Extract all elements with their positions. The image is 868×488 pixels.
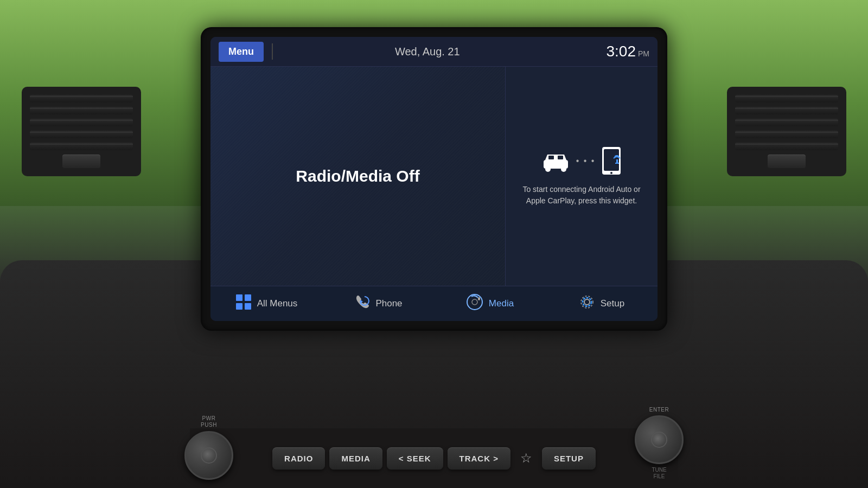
vent-control[interactable] bbox=[768, 155, 806, 168]
vent-slat bbox=[735, 131, 838, 138]
vent-slat bbox=[735, 119, 838, 126]
svg-rect-5 bbox=[558, 156, 563, 159]
svg-point-18 bbox=[478, 297, 480, 300]
radio-button[interactable]: RADIO bbox=[272, 447, 325, 470]
pwr-label: PWR PUSH bbox=[201, 415, 217, 428]
vent-slat bbox=[30, 131, 133, 138]
connection-icons: • • • bbox=[541, 146, 623, 176]
screen-bezel: Menu Wed, Aug. 21 3:02 PM Radio/Media Of… bbox=[201, 27, 667, 331]
phone-nav-label: Phone bbox=[375, 298, 402, 309]
screen: Menu Wed, Aug. 21 3:02 PM Radio/Media Of… bbox=[210, 37, 658, 321]
vent-slat bbox=[735, 95, 838, 102]
enter-label: ENTER bbox=[649, 407, 669, 413]
svg-rect-12 bbox=[245, 294, 251, 301]
svg-point-2 bbox=[545, 166, 551, 172]
favorite-button[interactable]: ☆ bbox=[515, 444, 538, 472]
all-menus-label: All Menus bbox=[257, 298, 298, 309]
knob-inner bbox=[201, 447, 217, 464]
svg-point-17 bbox=[472, 299, 477, 305]
bottom-nav: All Menus Phone bbox=[210, 286, 658, 321]
svg-marker-1 bbox=[545, 155, 566, 160]
right-knob-area: ENTER TUNEFILE bbox=[635, 407, 684, 480]
vent-slat bbox=[30, 143, 133, 150]
nav-phone[interactable]: Phone bbox=[322, 288, 434, 319]
media-nav-icon bbox=[466, 293, 483, 314]
nav-media[interactable]: Media bbox=[434, 288, 546, 320]
knob-inner bbox=[651, 432, 667, 448]
svg-rect-10 bbox=[615, 163, 619, 164]
time-value: 3:02 bbox=[607, 43, 636, 60]
media-button[interactable]: MEDIA bbox=[329, 447, 382, 470]
svg-rect-13 bbox=[236, 303, 242, 310]
svg-point-19 bbox=[584, 299, 590, 305]
phone-icon bbox=[601, 146, 622, 176]
svg-point-16 bbox=[467, 294, 482, 310]
header-bar: Menu Wed, Aug. 21 3:02 PM bbox=[210, 37, 658, 67]
svg-rect-14 bbox=[245, 303, 251, 310]
phone-nav-icon bbox=[354, 294, 370, 314]
vent-control[interactable] bbox=[62, 155, 100, 168]
volume-knob[interactable] bbox=[635, 415, 684, 464]
radio-off-label: Radio/Media Off bbox=[296, 167, 419, 185]
nav-setup[interactable]: Setup bbox=[546, 288, 658, 319]
vent-slat bbox=[30, 95, 133, 102]
setup-button[interactable]: SETUP bbox=[542, 447, 596, 470]
connection-description: To start connecting Android Auto or Appl… bbox=[516, 184, 647, 207]
left-vent-area bbox=[0, 54, 163, 217]
svg-rect-4 bbox=[548, 156, 554, 159]
left-knob-area: PWR PUSH bbox=[184, 415, 233, 480]
header-date: Wed, Aug. 21 bbox=[248, 46, 607, 58]
time-ampm: PM bbox=[638, 49, 649, 58]
left-panel: Radio/Media Off bbox=[210, 67, 506, 286]
connection-dots: • • • bbox=[576, 156, 596, 166]
vent-slat bbox=[735, 107, 838, 114]
setup-nav-label: Setup bbox=[601, 298, 624, 309]
svg-point-3 bbox=[561, 166, 566, 172]
seek-button[interactable]: < SEEK bbox=[387, 447, 443, 470]
header-time: 3:02 PM bbox=[607, 43, 650, 60]
media-nav-label: Media bbox=[489, 298, 514, 309]
nav-all-menus[interactable]: All Menus bbox=[210, 288, 322, 319]
svg-rect-11 bbox=[236, 294, 242, 301]
tune-file-label: TUNEFILE bbox=[652, 467, 666, 480]
vent-slat bbox=[30, 119, 133, 126]
carplay-widget[interactable]: • • • To start conne bbox=[506, 67, 658, 286]
vent-slat bbox=[735, 143, 838, 150]
svg-point-8 bbox=[610, 172, 612, 174]
all-menus-icon bbox=[235, 294, 252, 314]
setup-nav-icon bbox=[579, 294, 595, 314]
right-vent-area bbox=[705, 54, 868, 217]
main-content: Radio/Media Off • • bbox=[210, 67, 658, 286]
scene: Menu Wed, Aug. 21 3:02 PM Radio/Media Of… bbox=[0, 0, 868, 488]
vent-slat bbox=[30, 107, 133, 114]
physical-buttons-area: RADIO MEDIA < SEEK TRACK > ☆ SETUP bbox=[190, 428, 678, 488]
car-icon bbox=[541, 150, 571, 172]
track-button[interactable]: TRACK > bbox=[448, 447, 510, 470]
power-knob[interactable] bbox=[184, 431, 233, 480]
